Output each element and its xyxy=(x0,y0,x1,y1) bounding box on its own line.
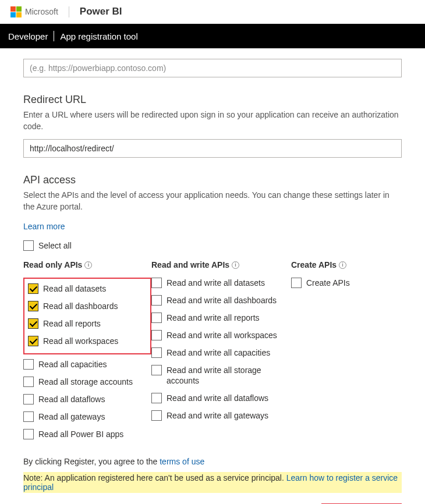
select-all-label: Select all xyxy=(38,240,72,251)
checkbox-rw-capacities[interactable]: Read and write all capacities xyxy=(151,347,291,358)
checkbox-read-reports[interactable]: Read all reports xyxy=(28,318,147,329)
breadcrumb-app-registration[interactable]: App registration tool xyxy=(60,31,137,41)
checkbox-rw-gateways[interactable]: Read and write all gateways xyxy=(151,410,291,421)
checkbox-rw-datasets[interactable]: Read and write all datasets xyxy=(151,278,291,288)
terms-of-use-link[interactable]: terms of use xyxy=(160,457,204,466)
read-only-title: Read only APIs xyxy=(23,260,82,269)
company-name: Microsoft xyxy=(25,7,58,16)
redirect-section: Redirect URL Enter a URL where users wil… xyxy=(23,94,402,158)
api-access-title: API access xyxy=(23,174,402,186)
api-access-desc: Select the APIs and the level of access … xyxy=(23,190,402,212)
checkbox-rw-storage[interactable]: Read and write all storage accounts xyxy=(151,365,291,386)
info-icon[interactable]: i xyxy=(339,261,346,269)
highlighted-read-apis: Read all datasets Read all dashboards Re… xyxy=(23,278,151,354)
checkbox-create-apis[interactable]: Create APIs xyxy=(291,278,402,288)
note-line: Note: An application registered here can… xyxy=(23,472,402,493)
main-content: Redirect URL Enter a URL where users wil… xyxy=(0,48,425,504)
checkbox-read-apps[interactable]: Read all Power BI apps xyxy=(23,429,151,439)
create-title: Create APIs xyxy=(291,260,337,269)
redirect-url-input[interactable] xyxy=(23,139,402,158)
create-header: Create APIs i xyxy=(291,260,402,269)
redirect-url-title: Redirect URL xyxy=(23,94,402,106)
select-all-checkbox-input[interactable] xyxy=(23,240,34,251)
agree-line: By clicking Register, you agree to the t… xyxy=(23,457,402,466)
breadcrumb: Developer App registration tool xyxy=(0,24,425,48)
info-icon[interactable]: i xyxy=(232,261,239,269)
select-all-checkbox[interactable]: Select all xyxy=(23,240,402,251)
read-write-header: Read and write APIs i xyxy=(151,260,291,269)
checkbox-read-capacities[interactable]: Read all capacities xyxy=(23,359,151,370)
checkbox-read-gateways[interactable]: Read all gateways xyxy=(23,411,151,422)
breadcrumb-developer[interactable]: Developer xyxy=(8,31,48,41)
microsoft-logo-icon xyxy=(10,6,22,17)
checkbox-read-storage[interactable]: Read all storage accounts xyxy=(23,377,151,387)
checkbox-rw-dashboards[interactable]: Read and write all dashboards xyxy=(151,295,291,306)
top-bar: Microsoft Power BI xyxy=(0,0,425,24)
api-columns: Read only APIs i Read all datasets Read … xyxy=(23,260,402,446)
read-only-column: Read only APIs i Read all datasets Read … xyxy=(23,260,151,446)
read-write-column: Read and write APIs i Read and write all… xyxy=(151,260,291,446)
api-access-section: API access Select the APIs and the level… xyxy=(23,174,402,446)
checkbox-read-dataflows[interactable]: Read all dataflows xyxy=(23,394,151,404)
app-url-input[interactable] xyxy=(23,59,402,77)
note-text: Note: An application registered here can… xyxy=(23,473,286,482)
read-write-title: Read and write APIs xyxy=(151,260,229,269)
product-name: Power BI xyxy=(69,6,122,17)
info-icon[interactable]: i xyxy=(84,261,92,269)
checkbox-rw-dataflows[interactable]: Read and write all dataflows xyxy=(151,393,291,403)
microsoft-logo: Microsoft xyxy=(10,6,69,17)
learn-more-link[interactable]: Learn more xyxy=(23,222,65,231)
checkbox-read-workspaces[interactable]: Read all workspaces xyxy=(28,336,147,346)
checkbox-read-datasets[interactable]: Read all datasets xyxy=(28,283,147,294)
redirect-url-desc: Enter a URL where users will be redirect… xyxy=(23,109,402,132)
agree-prefix: By clicking Register, you agree to the xyxy=(23,457,160,466)
checkbox-rw-workspaces[interactable]: Read and write all workspaces xyxy=(151,330,291,340)
checkbox-rw-reports[interactable]: Read and write all reports xyxy=(151,313,291,323)
create-column: Create APIs i Create APIs xyxy=(291,260,402,446)
read-only-header: Read only APIs i xyxy=(23,260,151,269)
breadcrumb-divider xyxy=(54,31,54,41)
checkbox-read-dashboards[interactable]: Read all dashboards xyxy=(28,301,147,311)
